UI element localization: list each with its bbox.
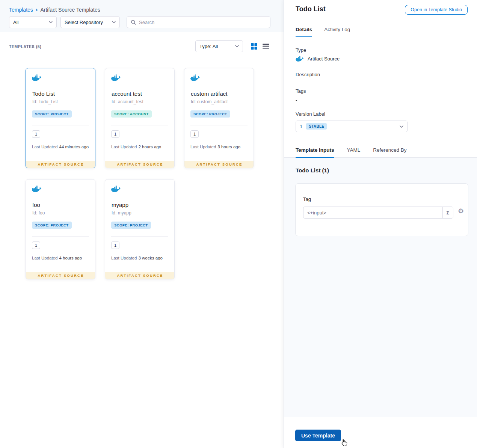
template-id: Id: account_test — [112, 99, 143, 104]
artifact-source-ribbon: ARTIFACT SOURCE — [105, 161, 174, 168]
search-icon — [131, 20, 136, 25]
tab-referenced-by[interactable]: Referenced By — [373, 143, 406, 157]
type-value: Artifact Source — [296, 56, 340, 62]
templates-page: Templates › Artifact Source Templates Al… — [0, 0, 284, 448]
docker-icon — [32, 186, 42, 194]
template-name: foo — [32, 202, 40, 208]
card-divider — [190, 125, 248, 125]
template-id: Id: custom_artifact — [191, 99, 228, 104]
panel-title: Todo List — [296, 5, 326, 13]
version-chip: 1 — [190, 130, 199, 138]
docker-icon — [111, 186, 121, 194]
last-updated: Last Updated4 hours ago — [32, 256, 82, 260]
scope-badge: SCOPE: PROJECT — [111, 222, 151, 229]
panel-tabs: Details Activity Log — [284, 22, 477, 37]
chevron-down-icon — [235, 45, 239, 47]
chevron-down-icon — [400, 125, 403, 128]
template-name: account test — [112, 91, 142, 97]
scope-badge: SCOPE: ACCOUNT — [111, 110, 152, 118]
tab-activity-log[interactable]: Activity Log — [324, 22, 350, 37]
grid-view-icon[interactable] — [251, 43, 258, 50]
artifact-source-ribbon: ARTIFACT SOURCE — [26, 272, 95, 279]
chevron-down-icon — [112, 21, 116, 23]
breadcrumb-chevron-icon: › — [36, 7, 38, 12]
list-view-icon[interactable] — [262, 43, 270, 50]
breadcrumb: Templates › Artifact Source Templates — [9, 7, 100, 13]
version-label: Version Label — [296, 111, 325, 117]
template-card-account-test[interactable]: account test Id: account_test SCOPE: ACC… — [105, 68, 175, 168]
card-divider — [32, 236, 89, 237]
template-inputs-section: Todo List (1) Tag Σ ⚙ — [284, 158, 477, 417]
version-chip: 1 — [32, 130, 40, 138]
tag-label: Tag — [303, 196, 311, 202]
tags-label: Tags — [296, 88, 306, 94]
version-value: 1 — [300, 124, 302, 129]
use-template-button[interactable]: Use Template — [295, 430, 341, 441]
repository-filter-value: Select Repository — [65, 20, 103, 25]
scope-filter-select[interactable]: All — [9, 16, 57, 28]
search-box — [127, 16, 270, 28]
tags-value: - — [296, 97, 297, 103]
type-label: Type — [296, 47, 306, 53]
repository-filter-select[interactable]: Select Repository — [60, 16, 120, 28]
last-updated: Last Updated3 weeks ago — [111, 256, 163, 260]
scope-filter-value: All — [13, 20, 18, 25]
template-name: Todo List — [32, 91, 55, 97]
template-card-custom-artifact[interactable]: custom artifact Id: custom_artifact SCOP… — [184, 68, 254, 168]
docker-icon — [190, 74, 201, 83]
template-details-panel: Todo List Open in Template Studio Detail… — [284, 0, 477, 448]
scope-badge: SCOPE: PROJECT — [32, 110, 72, 118]
open-in-template-studio-button[interactable]: Open in Template Studio — [405, 5, 468, 15]
scope-badge: SCOPE: PROJECT — [190, 110, 230, 118]
template-card-foo[interactable]: foo Id: foo SCOPE: PROJECT 1 Last Update… — [26, 179, 95, 279]
card-divider — [111, 236, 168, 237]
artifact-source-ribbon: ARTIFACT SOURCE — [26, 161, 95, 168]
panel-footer: Use Template — [284, 417, 477, 448]
top-filter-bar: Templates › Artifact Source Templates Al… — [0, 0, 284, 32]
template-id: Id: foo — [32, 210, 45, 216]
template-id: Id: myapp — [112, 210, 131, 216]
template-id: Id: Todo_List — [32, 99, 58, 104]
app-window: Templates › Artifact Source Templates Al… — [0, 0, 477, 448]
template-card-myapp[interactable]: myapp Id: myapp SCOPE: PROJECT 1 Last Up… — [105, 179, 175, 279]
scope-badge: SCOPE: PROJECT — [32, 222, 72, 229]
version-chip: 1 — [111, 130, 119, 138]
artifact-source-ribbon: ARTIFACT SOURCE — [105, 272, 174, 279]
artifact-source-ribbon: ARTIFACT SOURCE — [184, 161, 254, 168]
breadcrumb-templates-link[interactable]: Templates — [9, 7, 33, 13]
docker-icon — [296, 56, 304, 62]
tab-yaml[interactable]: YAML — [347, 143, 361, 157]
template-card-grid: Todo List Id: Todo_List SCOPE: PROJECT 1… — [26, 68, 254, 279]
template-name: custom artifact — [191, 91, 228, 97]
tab-template-inputs[interactable]: Template Inputs — [296, 143, 334, 157]
type-value-text: Artifact Source — [308, 56, 340, 62]
template-card-todo-list[interactable]: Todo List Id: Todo_List SCOPE: PROJECT 1… — [26, 68, 95, 168]
last-updated: Last Updated3 hours ago — [190, 145, 240, 149]
version-select[interactable]: 1 STABLE — [296, 121, 408, 132]
search-input[interactable] — [139, 20, 266, 25]
version-chip: 1 — [32, 241, 40, 249]
version-chip: 1 — [111, 241, 119, 249]
last-updated: Last Updated44 minutes ago — [32, 145, 89, 149]
inner-tabs: Template Inputs YAML Referenced By — [284, 143, 477, 158]
docker-icon — [32, 74, 42, 83]
stable-badge: STABLE — [306, 123, 327, 130]
gear-icon[interactable]: ⚙ — [458, 208, 464, 214]
expression-sigma-icon[interactable]: Σ — [442, 207, 453, 218]
template-name: myapp — [112, 202, 128, 208]
tag-input[interactable] — [303, 207, 442, 218]
type-filter-value: Type: All — [199, 44, 218, 49]
card-divider — [32, 125, 89, 125]
tab-details[interactable]: Details — [296, 22, 312, 37]
description-label: Description — [296, 72, 320, 77]
card-divider — [111, 125, 168, 125]
tag-input-wrap: Σ — [303, 207, 453, 219]
breadcrumb-current: Artifact Source Templates — [40, 7, 100, 13]
templates-count: TEMPLATES (5) — [9, 44, 41, 49]
inputs-title: Todo List (1) — [296, 167, 329, 173]
tag-input-card: Tag Σ ⚙ — [295, 183, 468, 236]
type-filter-select[interactable]: Type: All — [195, 40, 243, 52]
docker-icon — [111, 74, 121, 83]
chevron-down-icon — [49, 21, 53, 23]
last-updated: Last Updated2 hours ago — [111, 145, 161, 149]
